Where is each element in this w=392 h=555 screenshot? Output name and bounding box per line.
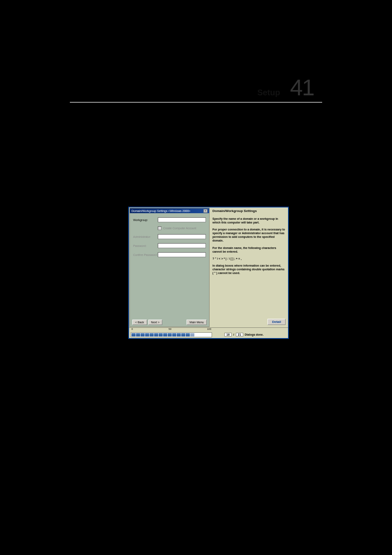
dialog-title: Domain/Workgroup Settings <Windows 2000>: [131, 210, 190, 212]
info-para-2: For proper connection to a domain, it is…: [212, 228, 286, 242]
tick-50: 50: [168, 328, 171, 330]
progress-seg: [172, 333, 176, 336]
progress-seg: [168, 333, 172, 336]
workgroup-row: Workgroup:: [133, 217, 206, 222]
progress-ruler: 0 50 100: [131, 328, 211, 330]
dialog-titlebar: Domain/Workgroup Settings <Windows 2000>…: [130, 208, 209, 213]
progress-status: 16 / 21 Dialogs done.: [224, 333, 263, 336]
administrator-input[interactable]: [158, 234, 206, 239]
dialog-buttons: < Back Next > Main Menu: [130, 318, 209, 327]
progress-seg: [150, 333, 154, 336]
tick-100: 100: [207, 328, 211, 330]
app-body: Domain/Workgroup Settings <Windows 2000>…: [129, 207, 288, 327]
page-number: 41: [290, 74, 314, 101]
info-title: Domain/Workgroup Settings: [212, 209, 286, 213]
nav-button-group: < Back Next >: [132, 320, 162, 325]
dialog-screenshot: Domain/Workgroup Settings <Windows 2000>…: [128, 207, 289, 339]
password-row: Password:: [133, 243, 206, 248]
progress-bar: [131, 332, 212, 337]
progress-seg: [163, 333, 167, 336]
progress-seg: [154, 333, 158, 336]
progress-seg: [186, 333, 190, 336]
info-para-1: Specify the name of a domain or a workgr…: [212, 217, 286, 224]
page-header: Setup 41: [257, 74, 314, 101]
progress-slash: /: [233, 333, 234, 336]
confirm-password-row: Confirm Password:: [133, 252, 206, 257]
back-button[interactable]: < Back: [132, 320, 147, 325]
progress-seg: [141, 333, 145, 336]
close-icon[interactable]: ×: [203, 209, 208, 213]
info-para-4: ? " / < > * | : \ [ ] ; + = ,: [212, 257, 286, 260]
progress-total: 21: [236, 333, 243, 336]
administrator-row: Administrator:: [133, 234, 206, 239]
progress-seg: [131, 333, 136, 336]
info-para-3: For the domain name, the following chara…: [212, 246, 286, 253]
password-input[interactable]: [158, 243, 206, 248]
progress-seg: [177, 333, 181, 336]
workgroup-input[interactable]: [158, 217, 206, 222]
progress-status-label: Dialogs done.: [245, 333, 264, 336]
header-divider: [70, 102, 322, 103]
form-area: Workgroup: Create Computer Account Admin…: [130, 213, 209, 318]
progress-current: 16: [224, 333, 232, 336]
main-menu-button[interactable]: Main Menu: [187, 320, 207, 325]
progress-segments: [131, 333, 195, 337]
create-account-label: Create Computer Account: [163, 227, 196, 230]
detail-button[interactable]: Detail: [267, 319, 286, 325]
progress-seg: [136, 333, 140, 336]
dialog-panel: Domain/Workgroup Settings <Windows 2000>…: [129, 208, 210, 327]
confirm-password-input[interactable]: [158, 252, 206, 257]
progress-seg: [181, 333, 185, 336]
workgroup-label: Workgroup:: [133, 219, 158, 221]
tick-0: 0: [131, 328, 133, 330]
confirm-password-label: Confirm Password:: [133, 253, 158, 256]
progress-seg: [145, 333, 149, 336]
progress-seg: [190, 333, 194, 336]
info-panel: Domain/Workgroup Settings Specify the na…: [210, 207, 288, 327]
progress-seg: [159, 333, 163, 336]
create-account-checkbox[interactable]: [158, 226, 161, 230]
header-label: Setup: [257, 88, 280, 97]
administrator-label: Administrator:: [133, 235, 158, 238]
section-title: Domain/Workgroup Setting: [127, 114, 255, 126]
next-button[interactable]: Next >: [148, 320, 162, 325]
create-account-row: Create Computer Account: [158, 226, 206, 230]
progress-section: 0 50 100 16 /: [129, 327, 288, 338]
password-label: Password:: [133, 244, 158, 247]
info-para-5: In dialog boxes where information can be…: [212, 264, 286, 275]
